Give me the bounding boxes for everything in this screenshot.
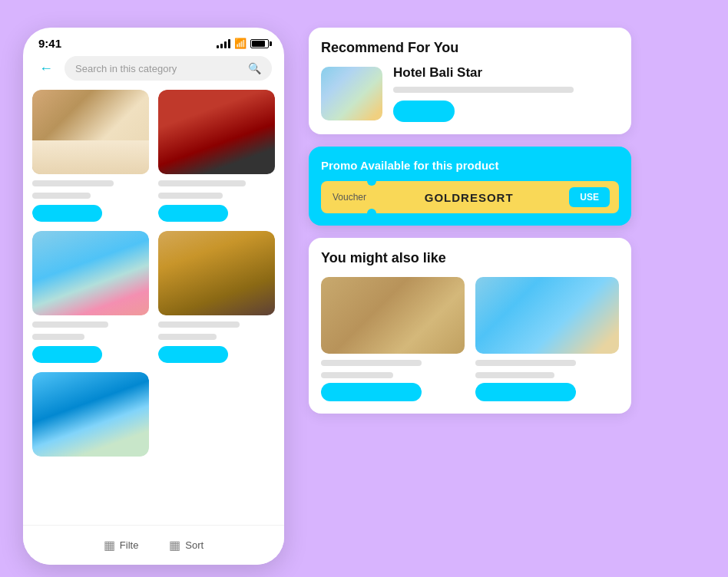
also-like-image-2 xyxy=(475,277,619,354)
recommend-info: Hotel Bali Star xyxy=(393,65,619,122)
voucher-notch-left xyxy=(367,181,376,186)
card-text-8 xyxy=(158,334,217,340)
recommend-row: Hotel Bali Star xyxy=(321,65,619,122)
also-like-card: You might also like xyxy=(309,238,631,414)
card-text-2 xyxy=(32,193,91,199)
back-button[interactable]: ← xyxy=(35,58,57,79)
recommend-book-button[interactable] xyxy=(393,101,455,122)
hotel-card-5[interactable] xyxy=(32,372,149,457)
hotel-card-1[interactable] xyxy=(32,90,149,222)
status-time: 9:41 xyxy=(38,37,61,50)
card-text-6 xyxy=(32,334,84,340)
filter-icon: ▦ xyxy=(104,538,115,552)
also-text-2 xyxy=(321,372,393,378)
voucher-use-button[interactable]: USE xyxy=(569,187,610,207)
search-icon: 🔍 xyxy=(248,62,261,74)
card-text-1 xyxy=(32,180,114,186)
card-text-4 xyxy=(158,193,223,199)
hotel-card-3[interactable] xyxy=(32,231,149,363)
hotel-image-1 xyxy=(32,90,149,174)
also-like-title: You might also like xyxy=(321,250,619,266)
voucher-row: Voucher GOLDRESORT USE xyxy=(321,181,619,213)
battery-icon xyxy=(250,39,269,48)
also-text-4 xyxy=(475,372,554,378)
promo-title: Promo Available for this product xyxy=(321,159,619,172)
search-placeholder: Search in this category xyxy=(75,63,242,74)
also-like-item-2[interactable] xyxy=(475,277,619,401)
recommend-hotel-image xyxy=(321,67,382,120)
sort-label: Sort xyxy=(185,539,204,551)
recommend-card: Recommend For You Hotel Bali Star xyxy=(309,28,631,134)
card-text-7 xyxy=(158,321,240,328)
hotel-image-5 xyxy=(32,372,149,457)
card-book-btn-2[interactable] xyxy=(158,205,228,222)
voucher-label: Voucher xyxy=(330,192,369,203)
status-bar: 9:41 📶 xyxy=(23,28,284,56)
wifi-icon: 📶 xyxy=(234,38,247,49)
also-like-image-1 xyxy=(321,277,465,354)
also-text-1 xyxy=(321,360,422,366)
hotel-image-2 xyxy=(158,90,275,174)
also-book-btn-1[interactable] xyxy=(321,383,422,401)
filter-button[interactable]: ▦ Filte xyxy=(104,538,139,552)
voucher-notch-left-bottom xyxy=(367,209,376,213)
right-panel: Recommend For You Hotel Bali Star Promo … xyxy=(309,28,631,414)
search-input-box[interactable]: Search in this category 🔍 xyxy=(65,56,272,81)
status-icons: 📶 xyxy=(217,38,269,49)
bottom-bar: ▦ Filte ▦ Sort xyxy=(23,525,284,565)
recommend-hotel-name: Hotel Bali Star xyxy=(393,65,619,81)
card-text-5 xyxy=(32,321,108,328)
also-book-btn-2[interactable] xyxy=(475,383,576,401)
hotel-grid-content xyxy=(23,90,284,550)
sort-icon: ▦ xyxy=(169,538,180,552)
promo-card: Promo Available for this product Voucher… xyxy=(309,147,631,226)
sort-button[interactable]: ▦ Sort xyxy=(169,538,204,552)
card-book-btn-3[interactable] xyxy=(32,346,102,363)
also-text-3 xyxy=(475,360,576,366)
filter-label: Filte xyxy=(120,539,139,551)
voucher-code: GOLDRESORT xyxy=(375,191,563,204)
card-book-btn-1[interactable] xyxy=(32,205,102,222)
hotel-image-4 xyxy=(158,231,275,315)
signal-icon xyxy=(217,39,230,48)
hotel-grid xyxy=(32,90,275,457)
also-like-grid xyxy=(321,277,619,401)
hotel-card-2[interactable] xyxy=(158,90,275,222)
hotel-image-3 xyxy=(32,231,149,315)
recommend-detail-line xyxy=(393,87,574,93)
search-bar-row: ← Search in this category 🔍 xyxy=(23,56,284,90)
hotel-card-4[interactable] xyxy=(158,231,275,363)
also-like-item-1[interactable] xyxy=(321,277,465,401)
phone-mockup: 9:41 📶 ← Search in this category 🔍 xyxy=(23,28,284,565)
card-book-btn-4[interactable] xyxy=(158,346,228,363)
recommend-title: Recommend For You xyxy=(321,40,619,56)
back-arrow-icon: ← xyxy=(39,61,53,77)
card-text-3 xyxy=(158,180,246,186)
